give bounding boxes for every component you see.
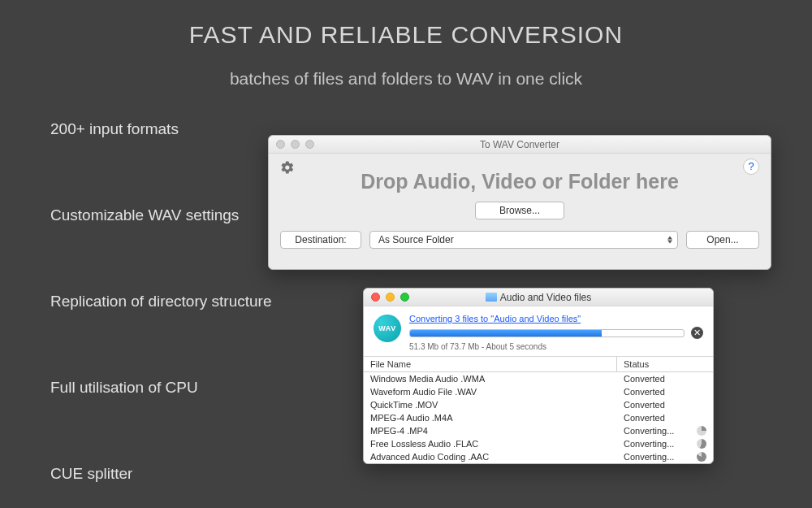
table-row[interactable]: QuickTime .MOVConverted [364, 398, 713, 411]
converter-window: To WAV Converter ? Drop Audio, Video or … [268, 135, 771, 270]
window-titlebar[interactable]: Audio and Video files [364, 289, 713, 306]
progress-link[interactable]: Converting 3 files to "Audio and Video f… [409, 314, 581, 323]
destination-select[interactable]: As Source Folder [369, 231, 678, 249]
close-icon[interactable] [276, 140, 285, 149]
table-row[interactable]: Waveform Audio File .WAVConverted [364, 385, 713, 398]
table-row[interactable]: Free Lossless Audio .FLACConverting... [364, 437, 713, 450]
browse-button[interactable]: Browse... [475, 202, 564, 219]
table-row[interactable]: MPEG-4 Audio .M4AConverted [364, 411, 713, 424]
cell-status: Converting... [617, 450, 713, 463]
table-header: File Name Status [364, 357, 713, 372]
progress-subtext: 51.3 Mb of 73.7 Mb - About 5 seconds [409, 342, 703, 351]
feature-list: 200+ input formats Customizable WAV sett… [50, 120, 271, 508]
cell-status: Converted [617, 398, 713, 411]
destination-button[interactable]: Destination: [280, 231, 361, 249]
open-button[interactable]: Open... [686, 231, 759, 249]
cell-status: Converted [617, 372, 713, 385]
cell-file-name: QuickTime .MOV [364, 398, 617, 411]
feature-item: CUE splitter [50, 465, 271, 483]
feature-item: Customizable WAV settings [50, 206, 271, 224]
minimize-icon[interactable] [291, 140, 300, 149]
drop-zone-label[interactable]: Drop Audio, Video or Folder here [280, 170, 759, 193]
cell-status: Converted [617, 411, 713, 424]
cancel-button[interactable]: ✕ [691, 327, 703, 339]
wav-badge-icon: WAV [374, 315, 401, 342]
cell-file-name: Advanced Audio Coding .AAC [364, 450, 617, 463]
folder-icon [486, 293, 497, 302]
cell-file-name: MPEG-4 Audio .M4A [364, 411, 617, 424]
page-heading: FAST AND RELIABLE CONVERSION [0, 21, 812, 49]
help-button[interactable]: ? [743, 158, 759, 175]
cell-status: Converting... [617, 437, 713, 450]
column-file-name[interactable]: File Name [364, 357, 617, 371]
window-titlebar[interactable]: To WAV Converter [269, 136, 771, 154]
spinner-icon [697, 452, 706, 462]
feature-item: Replication of directory structure [50, 293, 271, 310]
window-title: To WAV Converter [480, 139, 559, 150]
chevron-up-down-icon [667, 237, 672, 244]
cell-file-name: MPEG-4 .MP4 [364, 424, 617, 437]
cell-file-name: Windows Media Audio .WMA [364, 372, 617, 385]
page-subheading: batches of files and folders to WAV in o… [0, 69, 812, 89]
progress-bar [409, 329, 685, 337]
table-row[interactable]: Advanced Audio Coding .AACConverting... [364, 450, 713, 463]
minimize-icon[interactable] [386, 293, 395, 302]
cell-status: Converted [617, 385, 713, 398]
traffic-lights[interactable] [276, 140, 314, 149]
table-row[interactable]: MPEG-4 .MP4Converting... [364, 424, 713, 437]
cell-status: Converting... [617, 424, 713, 437]
spinner-icon [697, 426, 706, 436]
traffic-lights[interactable] [371, 293, 409, 302]
zoom-icon[interactable] [400, 293, 409, 302]
close-icon[interactable] [371, 293, 380, 302]
cell-file-name: Free Lossless Audio .FLAC [364, 437, 617, 450]
feature-item: 200+ input formats [50, 120, 271, 138]
gear-icon[interactable] [280, 160, 295, 175]
table-row[interactable]: Windows Media Audio .WMAConverted [364, 372, 713, 385]
destination-value: As Source Folder [378, 234, 454, 245]
cell-file-name: Waveform Audio File .WAV [364, 385, 617, 398]
table-body: Windows Media Audio .WMAConvertedWavefor… [364, 372, 713, 463]
spinner-icon [697, 439, 706, 449]
progress-window: Audio and Video files WAV Converting 3 f… [363, 288, 714, 464]
progress-fill [410, 330, 602, 336]
column-status[interactable]: Status [617, 357, 713, 371]
zoom-icon[interactable] [305, 140, 314, 149]
feature-item: Full utilisation of CPU [50, 379, 271, 397]
window-title: Audio and Video files [500, 292, 592, 303]
